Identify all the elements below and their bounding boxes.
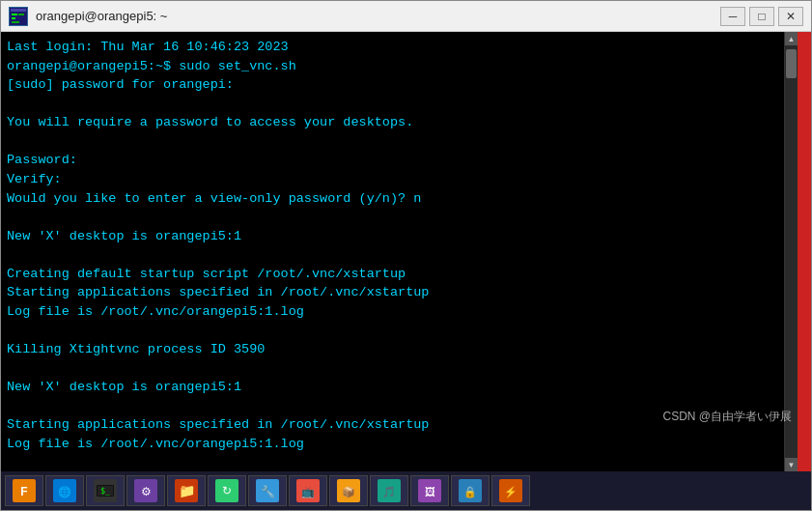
svg-rect-6: [12, 21, 19, 23]
svg-text:📁: 📁: [179, 483, 196, 499]
titlebar-controls: ─ □ ✕: [720, 7, 803, 26]
taskbar-item-6[interactable]: ↻: [208, 475, 246, 506]
taskbar-item-10[interactable]: 🎵: [370, 475, 408, 506]
scrollbar[interactable]: ▲ ▼: [784, 32, 798, 471]
svg-rect-5: [12, 17, 15, 19]
taskbar-item-3[interactable]: $_: [86, 475, 125, 506]
svg-text:🌐: 🌐: [58, 485, 71, 498]
side-panel: [798, 32, 811, 471]
taskbar-item-11[interactable]: 🖼: [410, 475, 449, 506]
titlebar: orangepi@orangepi5: ~ ─ □ ✕: [1, 1, 811, 32]
svg-text:⚡: ⚡: [504, 485, 518, 498]
taskbar-icon-4: ⚙: [134, 479, 157, 502]
scroll-up-arrow[interactable]: ▲: [785, 32, 798, 45]
taskbar-icon-7: 🔧: [256, 479, 279, 502]
terminal-container: Last login: Thu Mar 16 10:46:23 2023 ora…: [1, 32, 811, 471]
taskbar-item-12[interactable]: 🔒: [451, 475, 490, 506]
taskbar-icon-6: ↻: [215, 479, 238, 502]
svg-text:📺: 📺: [301, 485, 315, 498]
titlebar-title: orangepi@orangepi5: ~: [36, 9, 720, 23]
svg-rect-2: [11, 9, 26, 12]
taskbar-item-13[interactable]: ⚡: [491, 475, 530, 506]
taskbar-icon-9: 📦: [337, 479, 360, 502]
taskbar-item-4[interactable]: ⚙: [126, 475, 165, 506]
taskbar-icon-2: 🌐: [53, 479, 76, 502]
scroll-down-arrow[interactable]: ▼: [785, 458, 798, 471]
taskbar-icon-5: 📁: [175, 479, 198, 502]
taskbar-icon-10: 🎵: [378, 479, 401, 502]
taskbar-item-9[interactable]: 📦: [329, 475, 368, 506]
svg-rect-4: [18, 14, 24, 15]
svg-text:↻: ↻: [222, 484, 232, 497]
svg-text:$_: $_: [100, 487, 110, 496]
close-button[interactable]: ✕: [778, 7, 803, 26]
svg-text:🖼: 🖼: [425, 486, 435, 497]
taskbar-item-2[interactable]: 🌐: [45, 475, 84, 506]
taskbar-item-1[interactable]: F: [5, 475, 43, 506]
taskbar-icon-12: 🔒: [459, 479, 482, 502]
svg-text:F: F: [20, 485, 27, 498]
svg-text:⚙: ⚙: [141, 485, 152, 498]
taskbar-icon-11: 🖼: [418, 479, 441, 502]
svg-text:📦: 📦: [342, 485, 355, 498]
svg-rect-3: [12, 14, 17, 15]
taskbar-item-8[interactable]: 📺: [289, 475, 327, 506]
taskbar: F 🌐 $_ ⚙ 📁: [1, 471, 811, 510]
scroll-track[interactable]: [785, 45, 798, 458]
taskbar-icon-1: F: [13, 479, 36, 502]
scroll-thumb[interactable]: [786, 49, 797, 78]
taskbar-icon-13: ⚡: [499, 479, 522, 502]
taskbar-icon-3: $_: [94, 479, 117, 502]
terminal-output[interactable]: Last login: Thu Mar 16 10:46:23 2023 ora…: [1, 32, 784, 471]
svg-text:🔒: 🔒: [463, 485, 477, 498]
svg-text:🔧: 🔧: [261, 484, 275, 498]
taskbar-icon-8: 📺: [296, 479, 320, 502]
maximize-button[interactable]: □: [749, 7, 774, 26]
titlebar-icon: [9, 7, 28, 26]
taskbar-item-7[interactable]: 🔧: [248, 475, 287, 506]
taskbar-item-5[interactable]: 📁: [167, 475, 206, 506]
terminal-window: orangepi@orangepi5: ~ ─ □ ✕ Last login: …: [0, 0, 812, 511]
terminal-wrapper: Last login: Thu Mar 16 10:46:23 2023 ora…: [1, 32, 811, 471]
svg-text:🎵: 🎵: [382, 485, 396, 498]
minimize-button[interactable]: ─: [720, 7, 745, 26]
